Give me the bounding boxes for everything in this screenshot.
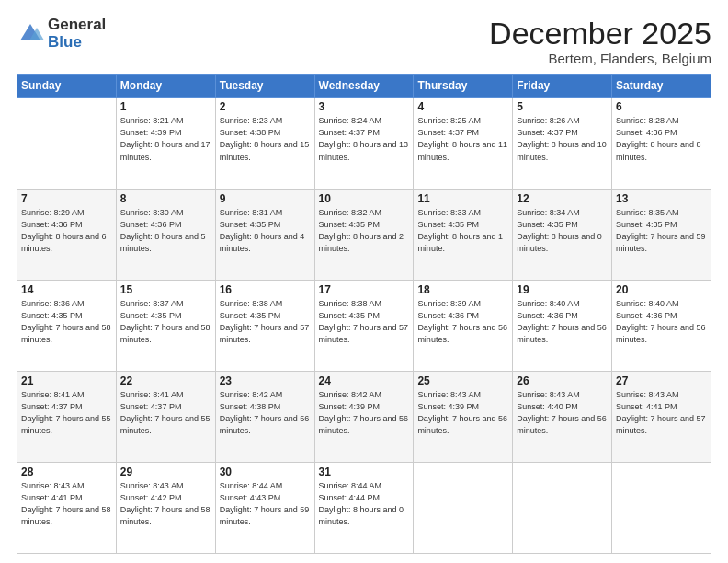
day-number: 28 — [21, 465, 112, 478]
day-number: 14 — [21, 283, 112, 296]
day-number: 5 — [517, 100, 608, 113]
cell-content: Sunrise: 8:33 AMSunset: 4:35 PMDaylight:… — [417, 207, 508, 255]
calendar-cell: 15Sunrise: 8:37 AMSunset: 4:35 PMDayligh… — [116, 280, 215, 371]
calendar-cell: 24Sunrise: 8:42 AMSunset: 4:39 PMDayligh… — [314, 371, 414, 462]
calendar-cell: 9Sunrise: 8:31 AMSunset: 4:35 PMDaylight… — [215, 189, 314, 280]
page: General Blue December 2025 Bertem, Fland… — [0, 0, 728, 563]
week-row-5: 28Sunrise: 8:43 AMSunset: 4:41 PMDayligh… — [17, 462, 711, 553]
logo-text: General Blue — [48, 17, 106, 51]
calendar-cell: 22Sunrise: 8:41 AMSunset: 4:37 PMDayligh… — [116, 371, 215, 462]
day-number: 13 — [616, 192, 707, 205]
day-number: 19 — [517, 283, 608, 296]
calendar-cell: 10Sunrise: 8:32 AMSunset: 4:35 PMDayligh… — [314, 189, 414, 280]
cell-content: Sunrise: 8:37 AMSunset: 4:35 PMDaylight:… — [120, 298, 211, 346]
cell-content: Sunrise: 8:43 AMSunset: 4:42 PMDaylight:… — [120, 480, 211, 528]
week-row-3: 14Sunrise: 8:36 AMSunset: 4:35 PMDayligh… — [17, 280, 711, 371]
cell-content: Sunrise: 8:42 AMSunset: 4:38 PMDaylight:… — [220, 389, 311, 437]
calendar-cell: 27Sunrise: 8:43 AMSunset: 4:41 PMDayligh… — [612, 371, 711, 462]
cell-content: Sunrise: 8:24 AMSunset: 4:37 PMDaylight:… — [319, 115, 410, 163]
day-number: 29 — [120, 465, 211, 478]
location: Bertem, Flanders, Belgium — [489, 51, 711, 66]
cell-content: Sunrise: 8:29 AMSunset: 4:36 PMDaylight:… — [21, 207, 112, 255]
day-number: 10 — [319, 192, 410, 205]
cell-content: Sunrise: 8:39 AMSunset: 4:36 PMDaylight:… — [417, 298, 508, 346]
cell-content: Sunrise: 8:40 AMSunset: 4:36 PMDaylight:… — [616, 298, 707, 346]
week-row-2: 7Sunrise: 8:29 AMSunset: 4:36 PMDaylight… — [17, 189, 711, 280]
day-number: 9 — [220, 192, 311, 205]
day-number: 17 — [319, 283, 410, 296]
cell-content: Sunrise: 8:43 AMSunset: 4:40 PMDaylight:… — [517, 389, 608, 437]
cell-content: Sunrise: 8:32 AMSunset: 4:35 PMDaylight:… — [319, 207, 410, 255]
day-number: 7 — [21, 192, 112, 205]
calendar-cell: 25Sunrise: 8:43 AMSunset: 4:39 PMDayligh… — [414, 371, 513, 462]
calendar-cell: 28Sunrise: 8:43 AMSunset: 4:41 PMDayligh… — [17, 462, 117, 553]
day-number: 11 — [417, 192, 508, 205]
calendar: SundayMondayTuesdayWednesdayThursdayFrid… — [17, 74, 711, 554]
weekday-header-saturday: Saturday — [612, 75, 711, 98]
logo-icon — [17, 20, 44, 48]
header: General Blue December 2025 Bertem, Fland… — [17, 17, 711, 66]
cell-content: Sunrise: 8:40 AMSunset: 4:36 PMDaylight:… — [517, 298, 608, 346]
cell-content: Sunrise: 8:25 AMSunset: 4:37 PMDaylight:… — [417, 115, 508, 163]
day-number: 21 — [21, 374, 112, 387]
calendar-cell — [414, 462, 513, 553]
calendar-cell: 17Sunrise: 8:38 AMSunset: 4:35 PMDayligh… — [314, 280, 414, 371]
day-number: 1 — [120, 100, 211, 113]
calendar-cell — [513, 462, 612, 553]
calendar-cell: 20Sunrise: 8:40 AMSunset: 4:36 PMDayligh… — [612, 280, 711, 371]
cell-content: Sunrise: 8:44 AMSunset: 4:44 PMDaylight:… — [319, 480, 410, 528]
calendar-cell: 2Sunrise: 8:23 AMSunset: 4:38 PMDaylight… — [215, 98, 314, 189]
day-number: 6 — [616, 100, 707, 113]
calendar-cell: 29Sunrise: 8:43 AMSunset: 4:42 PMDayligh… — [116, 462, 215, 553]
cell-content: Sunrise: 8:21 AMSunset: 4:39 PMDaylight:… — [120, 115, 211, 163]
cell-content: Sunrise: 8:26 AMSunset: 4:37 PMDaylight:… — [517, 115, 608, 163]
calendar-cell: 13Sunrise: 8:35 AMSunset: 4:35 PMDayligh… — [612, 189, 711, 280]
day-number: 24 — [319, 374, 410, 387]
day-number: 20 — [616, 283, 707, 296]
calendar-cell: 30Sunrise: 8:44 AMSunset: 4:43 PMDayligh… — [215, 462, 314, 553]
day-number: 4 — [417, 100, 508, 113]
cell-content: Sunrise: 8:36 AMSunset: 4:35 PMDaylight:… — [21, 298, 112, 346]
logo-blue-text: Blue — [48, 34, 106, 52]
week-row-1: 1Sunrise: 8:21 AMSunset: 4:39 PMDaylight… — [17, 98, 711, 189]
day-number: 18 — [417, 283, 508, 296]
calendar-cell: 26Sunrise: 8:43 AMSunset: 4:40 PMDayligh… — [513, 371, 612, 462]
cell-content: Sunrise: 8:38 AMSunset: 4:35 PMDaylight:… — [220, 298, 311, 346]
calendar-cell: 7Sunrise: 8:29 AMSunset: 4:36 PMDaylight… — [17, 189, 117, 280]
calendar-cell: 14Sunrise: 8:36 AMSunset: 4:35 PMDayligh… — [17, 280, 117, 371]
cell-content: Sunrise: 8:42 AMSunset: 4:39 PMDaylight:… — [319, 389, 410, 437]
day-number: 27 — [616, 374, 707, 387]
weekday-header-wednesday: Wednesday — [314, 75, 414, 98]
cell-content: Sunrise: 8:43 AMSunset: 4:41 PMDaylight:… — [21, 480, 112, 528]
weekday-header-row: SundayMondayTuesdayWednesdayThursdayFrid… — [17, 75, 711, 98]
cell-content: Sunrise: 8:43 AMSunset: 4:39 PMDaylight:… — [417, 389, 508, 437]
calendar-cell: 3Sunrise: 8:24 AMSunset: 4:37 PMDaylight… — [314, 98, 414, 189]
cell-content: Sunrise: 8:31 AMSunset: 4:35 PMDaylight:… — [220, 207, 311, 255]
calendar-cell: 19Sunrise: 8:40 AMSunset: 4:36 PMDayligh… — [513, 280, 612, 371]
weekday-header-thursday: Thursday — [414, 75, 513, 98]
day-number: 25 — [417, 374, 508, 387]
calendar-cell: 18Sunrise: 8:39 AMSunset: 4:36 PMDayligh… — [414, 280, 513, 371]
weekday-header-friday: Friday — [513, 75, 612, 98]
calendar-cell: 31Sunrise: 8:44 AMSunset: 4:44 PMDayligh… — [314, 462, 414, 553]
calendar-cell — [612, 462, 711, 553]
day-number: 26 — [517, 374, 608, 387]
calendar-cell: 16Sunrise: 8:38 AMSunset: 4:35 PMDayligh… — [215, 280, 314, 371]
calendar-cell: 1Sunrise: 8:21 AMSunset: 4:39 PMDaylight… — [116, 98, 215, 189]
day-number: 2 — [220, 100, 311, 113]
day-number: 22 — [120, 374, 211, 387]
calendar-cell: 6Sunrise: 8:28 AMSunset: 4:36 PMDaylight… — [612, 98, 711, 189]
calendar-cell — [17, 98, 117, 189]
day-number: 3 — [319, 100, 410, 113]
day-number: 15 — [120, 283, 211, 296]
cell-content: Sunrise: 8:41 AMSunset: 4:37 PMDaylight:… — [21, 389, 112, 437]
cell-content: Sunrise: 8:34 AMSunset: 4:35 PMDaylight:… — [517, 207, 608, 255]
logo: General Blue — [17, 17, 106, 51]
cell-content: Sunrise: 8:38 AMSunset: 4:35 PMDaylight:… — [319, 298, 410, 346]
calendar-cell: 23Sunrise: 8:42 AMSunset: 4:38 PMDayligh… — [215, 371, 314, 462]
calendar-cell: 8Sunrise: 8:30 AMSunset: 4:36 PMDaylight… — [116, 189, 215, 280]
calendar-cell: 12Sunrise: 8:34 AMSunset: 4:35 PMDayligh… — [513, 189, 612, 280]
week-row-4: 21Sunrise: 8:41 AMSunset: 4:37 PMDayligh… — [17, 371, 711, 462]
calendar-cell: 11Sunrise: 8:33 AMSunset: 4:35 PMDayligh… — [414, 189, 513, 280]
weekday-header-sunday: Sunday — [17, 75, 117, 98]
